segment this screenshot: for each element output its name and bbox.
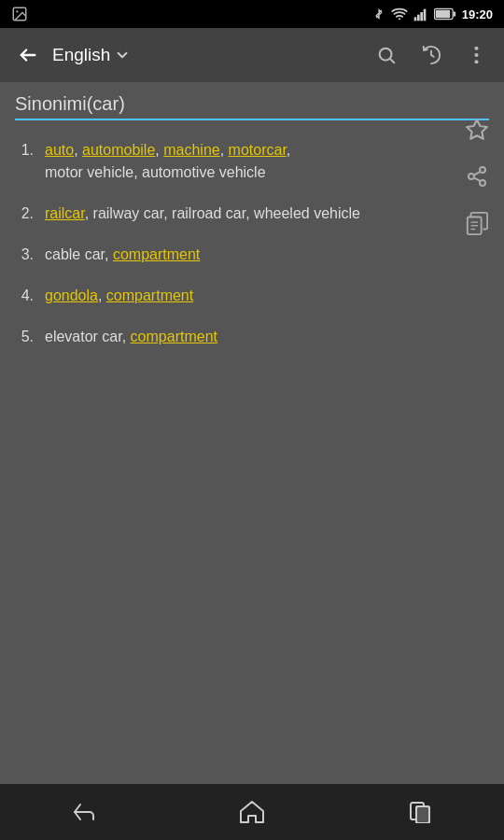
link-compartment-5[interactable]: compartment bbox=[131, 329, 217, 344]
search-input[interactable] bbox=[15, 93, 489, 115]
history-icon bbox=[421, 45, 441, 65]
star-icon bbox=[465, 118, 489, 142]
back-button[interactable] bbox=[7, 35, 49, 76]
copy-icon bbox=[466, 211, 488, 235]
item-number: 4. bbox=[15, 285, 34, 307]
list-item: 1. auto, automobile, machine, motorcar,m… bbox=[15, 139, 448, 184]
nav-home-button[interactable] bbox=[224, 784, 280, 840]
back-arrow-icon bbox=[18, 45, 38, 65]
list-item: 5. elevator car, compartment bbox=[15, 326, 448, 348]
svg-point-16 bbox=[480, 180, 485, 186]
item-number: 5. bbox=[15, 326, 34, 348]
svg-rect-5 bbox=[420, 12, 423, 21]
link-compartment-3[interactable]: compartment bbox=[113, 246, 200, 262]
content-area: 1. auto, automobile, machine, motorcar,m… bbox=[0, 128, 504, 378]
svg-point-13 bbox=[474, 60, 478, 63]
status-bar-left bbox=[11, 6, 365, 22]
chevron-down-icon bbox=[114, 47, 131, 63]
svg-rect-8 bbox=[453, 11, 455, 16]
svg-rect-6 bbox=[423, 9, 426, 21]
link-railcar[interactable]: railcar bbox=[45, 205, 85, 221]
share-button[interactable] bbox=[457, 157, 497, 196]
star-button[interactable] bbox=[457, 110, 497, 149]
item-content: elevator car, compartment bbox=[45, 326, 448, 348]
search-area bbox=[0, 82, 504, 120]
copy-button[interactable] bbox=[457, 203, 497, 243]
app-bar: English bbox=[0, 28, 504, 82]
svg-point-12 bbox=[474, 53, 478, 57]
nav-home-icon bbox=[239, 800, 265, 824]
status-time: 19:20 bbox=[462, 7, 493, 21]
right-icons bbox=[450, 103, 504, 250]
svg-point-14 bbox=[480, 167, 485, 173]
search-button[interactable] bbox=[366, 35, 407, 76]
status-icons: 19:20 bbox=[372, 6, 493, 22]
svg-rect-3 bbox=[413, 17, 416, 21]
battery-icon bbox=[434, 7, 456, 21]
link-machine[interactable]: machine bbox=[163, 142, 219, 158]
item-number: 3. bbox=[15, 244, 34, 266]
app-bar-actions bbox=[366, 35, 497, 76]
status-bar: 19:20 bbox=[0, 0, 504, 28]
svg-point-2 bbox=[399, 18, 400, 20]
item-content: railcar, railway car, railroad car, whee… bbox=[45, 203, 448, 225]
item-content: gondola, compartment bbox=[45, 285, 448, 307]
list-item: 4. gondola, compartment bbox=[15, 285, 448, 307]
item-content: auto, automobile, machine, motorcar,moto… bbox=[45, 139, 448, 184]
svg-rect-22 bbox=[416, 806, 429, 823]
link-motorcar[interactable]: motorcar bbox=[229, 142, 287, 158]
link-auto[interactable]: auto bbox=[45, 142, 74, 158]
history-button[interactable] bbox=[411, 35, 452, 76]
item-number: 2. bbox=[15, 203, 34, 225]
image-icon bbox=[11, 6, 28, 22]
more-icon bbox=[474, 45, 479, 65]
nav-recents-button[interactable] bbox=[392, 784, 448, 840]
wifi-icon bbox=[391, 7, 408, 21]
search-input-row bbox=[15, 93, 489, 120]
item-content: cable car, compartment bbox=[45, 244, 448, 266]
nav-back-button[interactable] bbox=[56, 784, 112, 840]
signal-icon bbox=[413, 7, 428, 21]
link-compartment-4[interactable]: compartment bbox=[106, 287, 193, 303]
nav-recents-icon bbox=[407, 801, 433, 823]
more-options-button[interactable] bbox=[455, 35, 497, 76]
svg-point-1 bbox=[16, 10, 18, 12]
nav-back-icon bbox=[71, 801, 97, 823]
language-label: English bbox=[52, 45, 110, 65]
link-automobile[interactable]: automobile bbox=[82, 142, 155, 158]
share-icon bbox=[466, 165, 488, 188]
link-gondola[interactable]: gondola bbox=[45, 287, 98, 303]
bottom-nav bbox=[0, 784, 504, 840]
svg-point-11 bbox=[474, 47, 478, 50]
list-item: 3. cable car, compartment bbox=[15, 244, 448, 266]
svg-point-15 bbox=[469, 174, 474, 179]
list-item: 2. railcar, railway car, railroad car, w… bbox=[15, 203, 448, 225]
search-icon bbox=[376, 45, 397, 65]
item-number: 1. bbox=[15, 139, 34, 161]
bluetooth-icon bbox=[372, 6, 385, 22]
synonym-list: 1. auto, automobile, machine, motorcar,m… bbox=[15, 139, 448, 348]
app-bar-title[interactable]: English bbox=[52, 45, 362, 65]
svg-rect-4 bbox=[417, 15, 420, 21]
dropdown-icon[interactable] bbox=[114, 47, 131, 63]
svg-rect-9 bbox=[435, 10, 449, 19]
